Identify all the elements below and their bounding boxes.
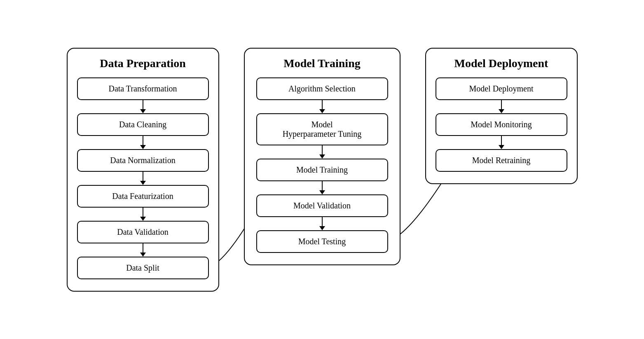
step-model-retraining: Model Retraining — [436, 149, 567, 172]
step-data-validation: Data Validation — [77, 221, 209, 243]
arrow-down-1 — [140, 100, 146, 113]
step-model-testing: Model Testing — [256, 230, 388, 253]
column-title-data-preparation: Data Preparation — [100, 57, 186, 70]
step-data-normalization: Data Normalization — [77, 149, 209, 172]
arrow-down-5 — [140, 243, 146, 257]
column-model-deployment: Model Deployment Model Deployment Model … — [425, 48, 578, 184]
step-model-monitoring: Model Monitoring — [436, 113, 567, 136]
step-algorithm-selection: Algorithm Selection — [256, 77, 388, 100]
arrow-down-3 — [140, 172, 146, 185]
arrow-down-mt-3 — [319, 181, 325, 194]
step-model-deployment: Model Deployment — [436, 77, 567, 100]
column-title-model-deployment: Model Deployment — [454, 57, 548, 70]
step-model-validation: Model Validation — [256, 194, 388, 217]
column-title-model-training: Model Training — [283, 57, 360, 70]
step-data-featurization: Data Featurization — [77, 185, 209, 208]
arrow-down-md-2 — [499, 136, 504, 149]
arrow-down-mt-4 — [319, 217, 325, 230]
arrow-down-2 — [140, 136, 146, 149]
arrow-down-md-1 — [499, 100, 504, 113]
step-data-transformation: Data Transformation — [77, 77, 209, 100]
column-data-preparation: Data Preparation Data Transformation Dat… — [67, 48, 219, 292]
step-data-split: Data Split — [77, 257, 209, 279]
column-model-training: Model Training Algorithm Selection Model… — [244, 48, 400, 265]
arrow-down-mt-2 — [319, 145, 325, 159]
diagram-container: Data Preparation Data Transformation Dat… — [50, 40, 594, 300]
arrow-down-mt-1 — [319, 100, 325, 113]
step-data-cleaning: Data Cleaning — [77, 113, 209, 136]
step-model-training: Model Training — [256, 159, 388, 181]
step-hyperparameter-tuning: Model Hyperparameter Tuning — [256, 113, 388, 145]
arrow-down-4 — [140, 208, 146, 221]
